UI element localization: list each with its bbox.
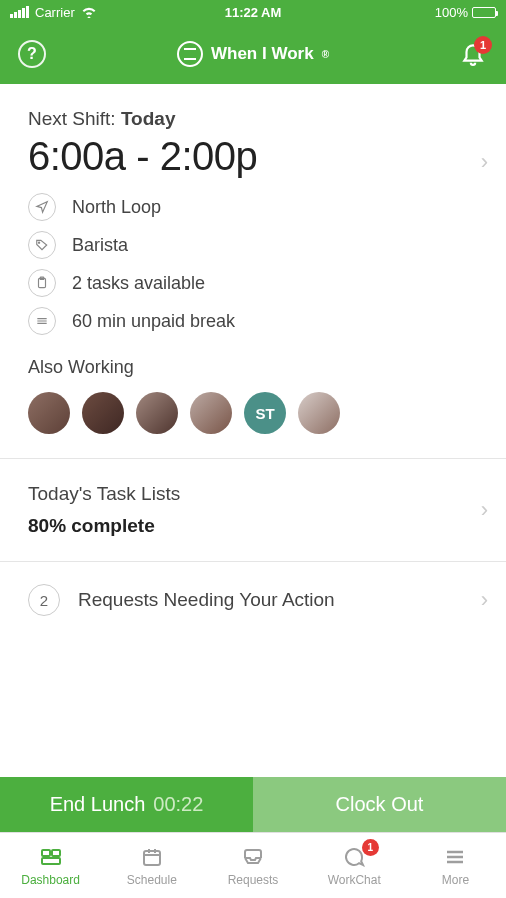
battery-icon xyxy=(472,7,496,18)
break-icon xyxy=(28,307,56,335)
action-bar: End Lunch 00:22 Clock Out xyxy=(0,777,506,832)
notification-badge: 1 xyxy=(474,36,492,54)
shift-tasks-row: 2 tasks available xyxy=(28,269,478,297)
chevron-right-icon: › xyxy=(481,149,488,175)
help-button[interactable]: ? xyxy=(18,40,46,68)
location-icon xyxy=(28,193,56,221)
status-left: Carrier xyxy=(10,5,172,20)
clock-out-button[interactable]: Clock Out xyxy=(253,777,506,832)
requests-label: Requests Needing Your Action xyxy=(78,589,335,611)
shift-location: North Loop xyxy=(72,197,161,218)
shift-break-row: 60 min unpaid break xyxy=(28,307,478,335)
shift-location-row: North Loop xyxy=(28,193,478,221)
inbox-icon xyxy=(239,845,267,869)
svg-point-0 xyxy=(39,242,40,243)
shift-position-row: Barista xyxy=(28,231,478,259)
tab-schedule[interactable]: Schedule xyxy=(101,833,202,898)
requests-card[interactable]: › 2 Requests Needing Your Action xyxy=(0,562,506,638)
next-shift-label: Next Shift: Today xyxy=(28,108,478,130)
app-logo: When I Work® xyxy=(177,41,329,67)
svg-rect-5 xyxy=(42,858,60,864)
avatar[interactable] xyxy=(298,392,340,434)
avatar[interactable] xyxy=(82,392,124,434)
status-right: 100% xyxy=(334,5,496,20)
menu-icon xyxy=(441,845,469,869)
next-shift-prefix: Next Shift: xyxy=(28,108,121,129)
end-lunch-timer: 00:22 xyxy=(153,793,203,816)
registered-mark: ® xyxy=(322,49,329,60)
next-shift-day: Today xyxy=(121,108,176,129)
shift-position: Barista xyxy=(72,235,128,256)
content-scroll[interactable]: › Next Shift: Today 6:00a - 2:00p North … xyxy=(0,84,506,777)
app-name: When I Work xyxy=(211,44,314,64)
task-lists-card[interactable]: › Today's Task Lists 80% complete xyxy=(0,459,506,562)
task-lists-title: Today's Task Lists xyxy=(28,483,478,505)
tab-label: Schedule xyxy=(127,873,177,887)
tab-label: Requests xyxy=(228,873,279,887)
next-shift-card[interactable]: › Next Shift: Today 6:00a - 2:00p North … xyxy=(0,84,506,459)
tab-more[interactable]: More xyxy=(405,833,506,898)
tab-label: More xyxy=(442,873,469,887)
calendar-icon xyxy=(138,845,166,869)
clock-out-label: Clock Out xyxy=(336,793,424,816)
nav-bar: ? When I Work® 1 xyxy=(0,24,506,84)
tab-requests[interactable]: Requests xyxy=(202,833,303,898)
svg-rect-3 xyxy=(42,850,50,856)
status-bar: Carrier 11:22 AM 100% xyxy=(0,0,506,24)
signal-icon xyxy=(10,6,29,18)
end-lunch-button[interactable]: End Lunch 00:22 xyxy=(0,777,253,832)
tab-label: WorkChat xyxy=(328,873,381,887)
shift-tasks: 2 tasks available xyxy=(72,273,205,294)
status-time: 11:22 AM xyxy=(172,5,334,20)
battery-percent: 100% xyxy=(435,5,468,20)
clipboard-icon xyxy=(28,269,56,297)
workchat-badge: 1 xyxy=(362,839,379,856)
requests-count: 2 xyxy=(28,584,60,616)
shift-time: 6:00a - 2:00p xyxy=(28,134,478,179)
dashboard-icon xyxy=(37,845,65,869)
chevron-right-icon: › xyxy=(481,497,488,523)
tab-dashboard[interactable]: Dashboard xyxy=(0,833,101,898)
task-lists-completion: 80% complete xyxy=(28,515,478,537)
svg-rect-6 xyxy=(144,851,160,865)
avatar[interactable] xyxy=(190,392,232,434)
end-lunch-label: End Lunch xyxy=(50,793,146,816)
logo-mark-icon xyxy=(177,41,203,67)
tab-label: Dashboard xyxy=(21,873,80,887)
tab-workchat[interactable]: 1 WorkChat xyxy=(304,833,405,898)
notifications-button[interactable]: 1 xyxy=(460,40,488,68)
tab-bar: Dashboard Schedule Requests 1 WorkChat M… xyxy=(0,832,506,898)
avatar[interactable] xyxy=(136,392,178,434)
svg-rect-4 xyxy=(52,850,60,856)
also-working-label: Also Working xyxy=(28,357,478,378)
avatar[interactable] xyxy=(28,392,70,434)
also-working-avatars: ST xyxy=(28,392,478,434)
carrier-label: Carrier xyxy=(35,5,75,20)
chevron-right-icon: › xyxy=(481,587,488,613)
shift-break: 60 min unpaid break xyxy=(72,311,235,332)
avatar[interactable]: ST xyxy=(244,392,286,434)
wifi-icon xyxy=(81,6,97,18)
tag-icon xyxy=(28,231,56,259)
